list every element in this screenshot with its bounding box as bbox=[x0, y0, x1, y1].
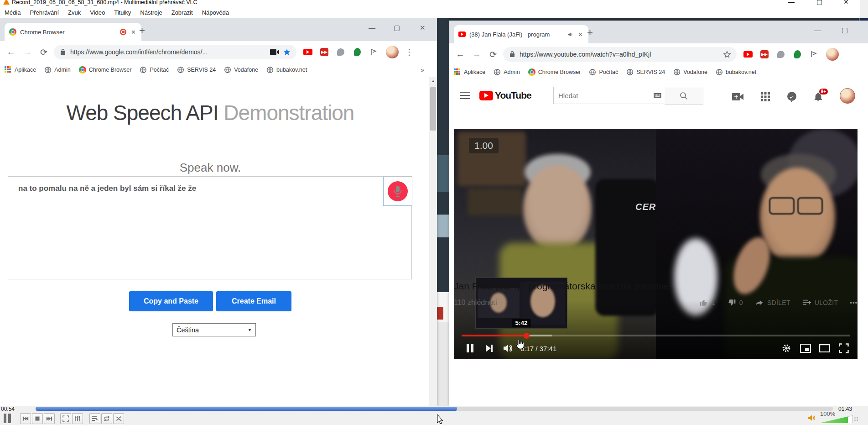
right-window-minimize[interactable]: — bbox=[814, 26, 821, 34]
menu-subtitles[interactable]: Titulky bbox=[109, 9, 135, 16]
bookmark-servis24[interactable]: SERVIS 24 bbox=[626, 68, 665, 76]
menu-help[interactable]: Nápověda bbox=[198, 9, 234, 16]
forward-icon[interactable]: → bbox=[468, 49, 485, 59]
left-tab-close-icon[interactable]: ✕ bbox=[130, 29, 137, 36]
bookmark-admin[interactable]: Admin bbox=[44, 66, 70, 73]
fullscreen-icon[interactable] bbox=[837, 341, 851, 356]
back-icon[interactable]: ← bbox=[452, 49, 468, 59]
right-window-maximize[interactable]: ▢ bbox=[842, 26, 848, 34]
more-actions-icon[interactable]: ••• bbox=[850, 299, 858, 306]
miniplayer-icon[interactable] bbox=[798, 341, 813, 356]
pause-button[interactable] bbox=[463, 341, 478, 356]
vlc-next-button[interactable] bbox=[44, 413, 55, 424]
keyboard-icon[interactable] bbox=[654, 92, 661, 99]
green-extension-icon[interactable] bbox=[352, 47, 362, 57]
create-video-icon[interactable] bbox=[732, 91, 744, 103]
bookmark-bubakov[interactable]: bubakov.net bbox=[266, 66, 307, 73]
vlc-pause-button[interactable] bbox=[3, 414, 12, 425]
right-new-tab-button[interactable]: + bbox=[587, 27, 593, 39]
seek-knob[interactable] bbox=[524, 333, 530, 339]
flag-extension-icon[interactable] bbox=[809, 49, 819, 59]
bookmark-vodafone[interactable]: Vodafone bbox=[673, 68, 707, 76]
microphone-button[interactable] bbox=[383, 177, 412, 206]
vlc-stop-button[interactable] bbox=[32, 413, 43, 424]
messages-icon[interactable] bbox=[786, 91, 798, 103]
bookmark-apps[interactable]: Aplikace bbox=[454, 68, 485, 76]
scrollbar-thumb[interactable] bbox=[430, 87, 436, 131]
flag-extension-icon[interactable] bbox=[369, 47, 379, 57]
create-email-button[interactable]: Create Email bbox=[216, 291, 291, 311]
gray-extension-icon[interactable] bbox=[776, 49, 786, 59]
left-address-bar[interactable]: https://www.google.com/intl/en/chrome/de… bbox=[54, 45, 296, 59]
left-window-maximize[interactable]: ▢ bbox=[394, 24, 400, 32]
left-page-scrollbar[interactable]: ▲ bbox=[429, 77, 437, 406]
like-button[interactable]: 1 bbox=[699, 298, 715, 307]
reload-icon[interactable]: ⟳ bbox=[485, 49, 501, 60]
menu-media[interactable]: Média bbox=[0, 9, 25, 16]
left-tab[interactable]: Chrome Browser ✕ bbox=[5, 23, 141, 41]
green-extension-icon[interactable] bbox=[792, 49, 802, 59]
bookmark-star-icon[interactable] bbox=[283, 48, 291, 56]
search-button[interactable] bbox=[665, 87, 703, 105]
vlc-seekbar[interactable] bbox=[36, 407, 833, 411]
transcript-textarea[interactable]: na to pomalu na ně a jeden byl sám si ří… bbox=[8, 176, 412, 279]
bookmark-admin[interactable]: Admin bbox=[494, 68, 520, 76]
menu-view[interactable]: Zobrazit bbox=[167, 9, 198, 16]
vlc-playlist-button[interactable] bbox=[89, 413, 100, 424]
vlc-fullscreen-button[interactable] bbox=[60, 413, 71, 424]
fastforward-extension-icon[interactable]: ▶▶ bbox=[759, 49, 769, 59]
hamburger-menu-icon[interactable] bbox=[460, 92, 470, 99]
menu-video[interactable]: Video bbox=[85, 9, 109, 16]
share-button[interactable]: SDÍLET bbox=[755, 299, 790, 307]
vlc-minimize-button[interactable]: — bbox=[788, 0, 795, 5]
gray-extension-icon[interactable] bbox=[336, 47, 346, 57]
resize-grip[interactable] bbox=[854, 417, 859, 422]
back-icon[interactable]: ← bbox=[3, 47, 19, 57]
youtube-account-avatar[interactable] bbox=[840, 88, 855, 104]
left-new-tab-button[interactable]: + bbox=[139, 25, 145, 37]
youtube-progress-bar[interactable] bbox=[462, 335, 850, 336]
youtube-logo[interactable]: YouTube bbox=[479, 90, 531, 101]
save-button[interactable]: ULOŽIT bbox=[802, 299, 838, 307]
left-window-close[interactable]: ✕ bbox=[420, 24, 426, 32]
tab-audio-icon[interactable] bbox=[567, 31, 573, 37]
menu-playback[interactable]: Přehrávání bbox=[25, 9, 63, 16]
forward-icon[interactable]: → bbox=[19, 47, 36, 57]
volume-button[interactable] bbox=[501, 341, 516, 356]
right-tab[interactable]: (38) Jan Fiala (JaFi) - program ✕ bbox=[454, 25, 588, 43]
bookmark-apps[interactable]: Aplikace bbox=[5, 66, 36, 73]
right-tab-close-icon[interactable]: ✕ bbox=[577, 31, 584, 38]
vlc-extended-settings-button[interactable] bbox=[72, 413, 83, 424]
menu-tools[interactable]: Nástroje bbox=[135, 9, 166, 16]
youtube-search-box[interactable] bbox=[553, 87, 665, 104]
right-profile-avatar[interactable] bbox=[826, 48, 839, 61]
left-profile-avatar[interactable] bbox=[386, 46, 399, 58]
bookmarks-overflow-icon[interactable]: » bbox=[421, 66, 424, 73]
vlc-maximize-button[interactable]: ▢ bbox=[816, 0, 822, 5]
next-button[interactable] bbox=[482, 341, 497, 356]
bookmark-pocitac[interactable]: Počítač bbox=[589, 68, 618, 76]
language-select[interactable]: Čeština ▼ bbox=[172, 323, 256, 336]
right-address-bar[interactable]: https://www.youtube.com/watch?v=a0lhd_pI… bbox=[503, 47, 737, 62]
vlc-shuffle-button[interactable] bbox=[113, 413, 124, 424]
left-kebab-menu-icon[interactable]: ⋮ bbox=[405, 47, 413, 57]
bookmark-chrome-browser[interactable]: Chrome Browser bbox=[79, 66, 132, 73]
copy-and-paste-button[interactable]: Copy and Paste bbox=[129, 291, 213, 311]
bookmark-chrome-browser[interactable]: Chrome Browser bbox=[528, 68, 581, 76]
vlc-close-button[interactable]: ✕ bbox=[843, 0, 849, 5]
bookmark-star-outline-icon[interactable] bbox=[723, 50, 731, 58]
settings-gear-icon[interactable] bbox=[779, 341, 794, 356]
fastforward-extension-icon[interactable]: ▶▶ bbox=[319, 47, 329, 57]
reload-icon[interactable]: ⟳ bbox=[36, 47, 52, 58]
youtube-extension-icon[interactable] bbox=[743, 49, 753, 59]
vlc-volume-icon[interactable] bbox=[808, 415, 816, 423]
vlc-loop-button[interactable] bbox=[101, 413, 112, 424]
left-window-minimize[interactable]: — bbox=[369, 24, 375, 31]
bookmark-bubakov[interactable]: bubakov.net bbox=[716, 68, 756, 76]
scroll-up-icon[interactable]: ▲ bbox=[429, 79, 437, 83]
vlc-video-surface[interactable]: Chrome Browser ✕ + — ▢ ✕ ← → ⟳ https://w… bbox=[0, 18, 868, 406]
notifications-bell-icon[interactable]: 9+ bbox=[812, 91, 824, 103]
bookmark-vodafone[interactable]: Vodafone bbox=[224, 66, 258, 73]
video-player[interactable]: CER 1.00 bbox=[454, 129, 858, 359]
theater-mode-icon[interactable] bbox=[817, 341, 832, 356]
